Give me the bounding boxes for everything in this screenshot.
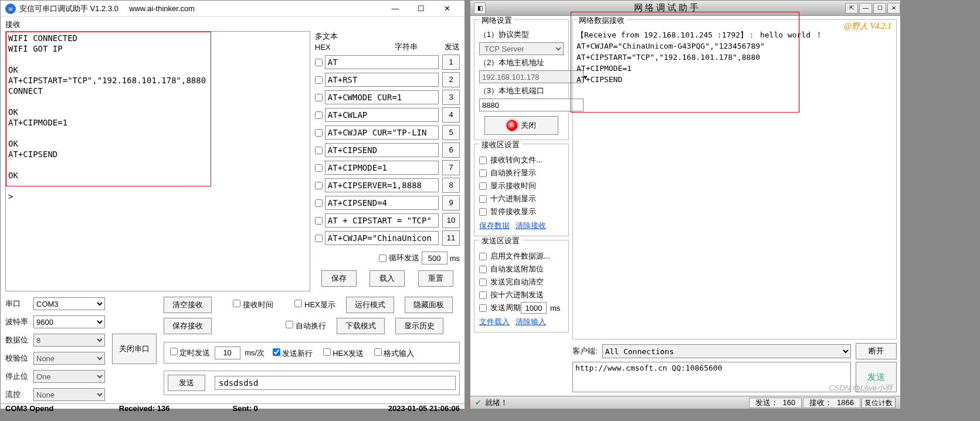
flow-select[interactable]: None xyxy=(33,388,105,401)
send-period-input[interactable] xyxy=(521,302,547,314)
network-settings-legend: 网络设置 xyxy=(479,16,514,25)
check-select[interactable]: None xyxy=(33,352,105,365)
net-send-textarea[interactable]: http://www.cmsoft.cn QQ:10865600 xyxy=(572,362,851,392)
multi-cmd-input[interactable] xyxy=(325,143,439,157)
hex-show-checkbox[interactable] xyxy=(294,300,302,307)
download-mode-button[interactable]: 下载模式 xyxy=(337,318,385,334)
hex-send-checkbox[interactable] xyxy=(323,348,331,356)
maximize-button[interactable]: ☐ xyxy=(408,1,434,17)
show-recv-time-checkbox[interactable] xyxy=(479,182,487,190)
recv-to-file-checkbox[interactable] xyxy=(479,157,487,164)
multi-cmd-input[interactable] xyxy=(325,213,439,228)
minimize-button[interactable]: — xyxy=(859,3,872,13)
file-load-link[interactable]: 文件载入 xyxy=(479,317,510,327)
maximize-button[interactable]: ☐ xyxy=(873,3,886,13)
multi-send-button[interactable]: 2 xyxy=(442,72,460,87)
multi-hex-checkbox[interactable] xyxy=(315,76,323,84)
host-input[interactable] xyxy=(479,70,584,83)
multi-cmd-input[interactable] xyxy=(325,73,439,87)
auto-wrap-checkbox[interactable] xyxy=(479,169,487,177)
multi-hex-checkbox[interactable] xyxy=(315,129,323,137)
port-select[interactable]: COM3 xyxy=(33,297,105,310)
multi-send-button[interactable]: 3 xyxy=(442,90,460,105)
send-button[interactable]: 发送 xyxy=(168,375,205,391)
timed-interval-input[interactable] xyxy=(215,347,240,359)
timed-send-option[interactable]: 定时发送 ms/次 xyxy=(168,346,265,359)
hex-send-checkbox[interactable] xyxy=(479,291,487,299)
close-net-button[interactable]: 关闭 xyxy=(484,116,558,135)
clear-receive-button[interactable]: 清空接收 xyxy=(164,297,212,313)
multi-send-button[interactable]: 11 xyxy=(442,230,460,246)
format-input-checkbox[interactable] xyxy=(374,348,382,356)
multi-hex-checkbox[interactable] xyxy=(315,235,323,242)
multi-hex-checkbox[interactable] xyxy=(315,59,323,66)
multi-cmd-input[interactable] xyxy=(325,90,439,104)
multi-send-button[interactable]: 8 xyxy=(442,178,460,193)
multi-hex-checkbox[interactable] xyxy=(315,111,323,119)
multi-cmd-input[interactable] xyxy=(325,108,439,122)
multi-send-button[interactable]: 7 xyxy=(442,160,460,175)
timed-send-checkbox[interactable] xyxy=(170,348,178,355)
clear-recv-link[interactable]: 清除接收 xyxy=(516,220,546,231)
format-input-option[interactable]: 格式输入 xyxy=(372,347,414,359)
hex-send-option[interactable]: HEX发送 xyxy=(321,347,364,359)
multi-send-button[interactable]: 9 xyxy=(442,195,460,210)
multi-cmd-input[interactable] xyxy=(325,125,439,140)
proto-select[interactable]: TCP Server xyxy=(479,42,564,55)
recv-time-option[interactable]: 接收时间 xyxy=(222,300,273,310)
pin-button[interactable]: ⇱ xyxy=(845,3,858,13)
auto-wrap-option[interactable]: 自动换行 xyxy=(275,321,326,331)
multi-hex-checkbox[interactable] xyxy=(315,164,323,172)
multi-save-button[interactable]: 保存 xyxy=(321,270,357,287)
multi-cmd-input[interactable] xyxy=(325,231,439,245)
multi-hex-checkbox[interactable] xyxy=(315,147,323,154)
run-mode-button[interactable]: 运行模式 xyxy=(346,297,394,313)
multi-load-button[interactable]: 载入 xyxy=(369,270,405,287)
close-port-button[interactable]: 关闭串口 xyxy=(112,334,157,364)
multi-send-button[interactable]: 1 xyxy=(442,55,460,70)
show-history-button[interactable]: 显示历史 xyxy=(395,318,443,334)
multi-cmd-input[interactable] xyxy=(325,55,439,69)
multi-hex-checkbox[interactable] xyxy=(315,217,323,225)
loop-send-checkbox[interactable] xyxy=(379,254,386,262)
auto-wrap-checkbox[interactable] xyxy=(286,321,293,328)
save-receive-button[interactable]: 保存接收 xyxy=(164,318,212,334)
multi-send-button[interactable]: 4 xyxy=(442,107,460,123)
send-text-input[interactable] xyxy=(215,376,456,390)
baud-select[interactable]: 9600 xyxy=(33,315,105,328)
send-newline-checkbox[interactable] xyxy=(273,348,280,356)
disconnect-button[interactable]: 断开 xyxy=(856,343,897,359)
multi-hex-checkbox[interactable] xyxy=(315,182,323,189)
multi-send-button[interactable]: 10 xyxy=(442,213,460,228)
multi-hex-checkbox[interactable] xyxy=(315,94,323,101)
hex-show-option[interactable]: HEX显示 xyxy=(284,300,335,310)
client-select[interactable]: All Connections xyxy=(602,344,851,358)
recv-time-checkbox[interactable] xyxy=(233,300,240,307)
multi-hex-checkbox[interactable] xyxy=(315,199,323,207)
multi-cmd-input[interactable] xyxy=(325,178,439,192)
multi-cmd-input[interactable] xyxy=(325,196,439,210)
close-button[interactable]: ✕ xyxy=(434,1,460,17)
hide-panel-button[interactable]: 隐藏面板 xyxy=(405,297,453,313)
multi-send-button[interactable]: 5 xyxy=(442,125,460,140)
stopbits-select[interactable]: One xyxy=(33,370,105,383)
file-source-checkbox[interactable] xyxy=(479,253,487,260)
multi-reset-button[interactable]: 重置 xyxy=(418,270,453,287)
clear-input-link[interactable]: 清除输入 xyxy=(516,317,546,327)
close-button[interactable]: ✕ xyxy=(887,3,900,13)
loop-interval-input[interactable] xyxy=(422,252,447,264)
auto-append-checkbox[interactable] xyxy=(479,266,487,273)
receive-textarea[interactable]: WIFI CONNECTED WIFI GOT IP OK AT+CIPSTAR… xyxy=(5,31,310,291)
multi-send-button[interactable]: 6 xyxy=(442,142,460,158)
hex-display-checkbox[interactable] xyxy=(479,195,487,203)
multi-cmd-input[interactable] xyxy=(325,161,439,175)
send-newline-option[interactable]: 发送新行 xyxy=(270,347,313,359)
databits-select[interactable]: 8 xyxy=(33,334,105,347)
save-data-link[interactable]: 保存数据 xyxy=(479,220,510,231)
pause-recv-checkbox[interactable] xyxy=(479,208,487,216)
port-input[interactable] xyxy=(479,99,584,111)
send-period-checkbox[interactable] xyxy=(479,304,487,312)
reset-count-button[interactable]: 复位计数 xyxy=(862,398,896,408)
minimize-button[interactable]: — xyxy=(382,1,408,17)
auto-clear-checkbox[interactable] xyxy=(479,279,487,286)
